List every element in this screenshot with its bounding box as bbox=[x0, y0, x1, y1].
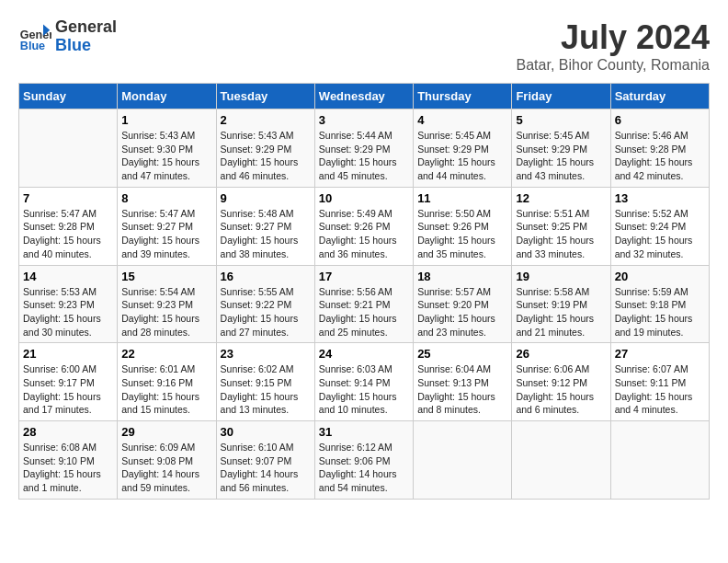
day-info: Sunrise: 5:44 AMSunset: 9:29 PMDaylight:… bbox=[319, 129, 409, 183]
day-number: 4 bbox=[417, 113, 507, 127]
day-info: Sunrise: 6:03 AMSunset: 9:14 PMDaylight:… bbox=[319, 362, 409, 417]
day-info: Sunrise: 6:07 AMSunset: 9:11 PMDaylight:… bbox=[615, 362, 705, 417]
day-number: 26 bbox=[516, 347, 606, 361]
page-subtitle: Batar, Bihor County, Romania bbox=[517, 57, 710, 74]
calendar-cell: 23Sunrise: 6:02 AMSunset: 9:15 PMDayligh… bbox=[216, 343, 314, 421]
calendar-week-row: 21Sunrise: 6:00 AMSunset: 9:17 PMDayligh… bbox=[19, 343, 710, 421]
calendar-cell: 25Sunrise: 6:04 AMSunset: 9:13 PMDayligh… bbox=[414, 343, 512, 421]
day-info: Sunrise: 5:43 AMSunset: 9:29 PMDaylight:… bbox=[221, 129, 311, 183]
col-header-wednesday: Wednesday bbox=[314, 84, 413, 109]
day-info: Sunrise: 5:47 AMSunset: 9:28 PMDaylight:… bbox=[23, 207, 113, 261]
day-info: Sunrise: 6:08 AMSunset: 9:10 PMDaylight:… bbox=[23, 441, 113, 495]
day-number: 13 bbox=[615, 191, 705, 205]
calendar-cell: 12Sunrise: 5:51 AMSunset: 9:25 PMDayligh… bbox=[512, 187, 610, 265]
calendar-cell: 22Sunrise: 6:01 AMSunset: 9:16 PMDayligh… bbox=[118, 343, 216, 421]
svg-text:Blue: Blue bbox=[20, 40, 45, 52]
calendar-cell: 13Sunrise: 5:52 AMSunset: 9:24 PMDayligh… bbox=[610, 187, 709, 265]
day-info: Sunrise: 5:56 AMSunset: 9:21 PMDaylight:… bbox=[319, 285, 409, 339]
day-info: Sunrise: 5:52 AMSunset: 9:24 PMDaylight:… bbox=[615, 207, 705, 261]
calendar-week-row: 1Sunrise: 5:43 AMSunset: 9:30 PMDaylight… bbox=[19, 109, 710, 188]
calendar-cell bbox=[414, 421, 512, 500]
calendar-cell: 10Sunrise: 5:49 AMSunset: 9:26 PMDayligh… bbox=[314, 187, 413, 265]
day-info: Sunrise: 5:45 AMSunset: 9:29 PMDaylight:… bbox=[516, 129, 606, 183]
calendar-week-row: 14Sunrise: 5:53 AMSunset: 9:23 PMDayligh… bbox=[19, 265, 710, 343]
day-number: 27 bbox=[615, 347, 705, 361]
day-number: 24 bbox=[319, 347, 409, 361]
day-number: 30 bbox=[221, 425, 311, 439]
calendar-cell: 4Sunrise: 5:45 AMSunset: 9:29 PMDaylight… bbox=[414, 109, 512, 188]
title-block: July 2024 Batar, Bihor County, Romania bbox=[517, 18, 710, 74]
day-info: Sunrise: 6:09 AMSunset: 9:08 PMDaylight:… bbox=[121, 441, 211, 495]
day-number: 7 bbox=[23, 191, 113, 205]
calendar-cell: 2Sunrise: 5:43 AMSunset: 9:29 PMDaylight… bbox=[216, 109, 314, 188]
calendar-cell: 19Sunrise: 5:58 AMSunset: 9:19 PMDayligh… bbox=[512, 265, 610, 343]
day-info: Sunrise: 6:01 AMSunset: 9:16 PMDaylight:… bbox=[121, 362, 211, 417]
calendar-cell: 26Sunrise: 6:06 AMSunset: 9:12 PMDayligh… bbox=[512, 343, 610, 421]
day-number: 9 bbox=[221, 191, 311, 205]
calendar-table: SundayMondayTuesdayWednesdayThursdayFrid… bbox=[18, 83, 710, 500]
logo-line2: Blue bbox=[55, 37, 117, 55]
calendar-cell: 7Sunrise: 5:47 AMSunset: 9:28 PMDaylight… bbox=[19, 187, 118, 265]
day-number: 10 bbox=[319, 191, 409, 205]
calendar-week-row: 28Sunrise: 6:08 AMSunset: 9:10 PMDayligh… bbox=[19, 421, 710, 500]
calendar-cell: 9Sunrise: 5:48 AMSunset: 9:27 PMDaylight… bbox=[216, 187, 314, 265]
page-title: July 2024 bbox=[517, 18, 710, 57]
day-info: Sunrise: 5:55 AMSunset: 9:22 PMDaylight:… bbox=[221, 285, 311, 339]
day-info: Sunrise: 5:58 AMSunset: 9:19 PMDaylight:… bbox=[516, 285, 606, 339]
day-info: Sunrise: 5:57 AMSunset: 9:20 PMDaylight:… bbox=[417, 285, 507, 339]
page-header: General Blue General Blue July 2024 Bata… bbox=[18, 18, 710, 74]
calendar-cell: 8Sunrise: 5:47 AMSunset: 9:27 PMDaylight… bbox=[118, 187, 216, 265]
calendar-cell: 18Sunrise: 5:57 AMSunset: 9:20 PMDayligh… bbox=[414, 265, 512, 343]
day-info: Sunrise: 5:46 AMSunset: 9:28 PMDaylight:… bbox=[615, 129, 705, 183]
calendar-cell bbox=[610, 421, 709, 500]
day-info: Sunrise: 5:59 AMSunset: 9:18 PMDaylight:… bbox=[615, 285, 705, 339]
calendar-cell: 15Sunrise: 5:54 AMSunset: 9:23 PMDayligh… bbox=[118, 265, 216, 343]
calendar-week-row: 7Sunrise: 5:47 AMSunset: 9:28 PMDaylight… bbox=[19, 187, 710, 265]
day-info: Sunrise: 6:10 AMSunset: 9:07 PMDaylight:… bbox=[221, 441, 311, 495]
day-number: 6 bbox=[615, 113, 705, 127]
day-number: 1 bbox=[121, 113, 211, 127]
calendar-cell: 30Sunrise: 6:10 AMSunset: 9:07 PMDayligh… bbox=[216, 421, 314, 500]
calendar-cell: 3Sunrise: 5:44 AMSunset: 9:29 PMDaylight… bbox=[314, 109, 413, 188]
calendar-cell: 11Sunrise: 5:50 AMSunset: 9:26 PMDayligh… bbox=[414, 187, 512, 265]
calendar-cell: 14Sunrise: 5:53 AMSunset: 9:23 PMDayligh… bbox=[19, 265, 118, 343]
col-header-saturday: Saturday bbox=[610, 84, 709, 109]
col-header-thursday: Thursday bbox=[414, 84, 512, 109]
calendar-cell: 1Sunrise: 5:43 AMSunset: 9:30 PMDaylight… bbox=[118, 109, 216, 188]
day-number: 16 bbox=[221, 270, 311, 283]
logo-line1: General bbox=[55, 18, 117, 37]
logo-icon: General Blue bbox=[18, 20, 51, 53]
day-info: Sunrise: 5:53 AMSunset: 9:23 PMDaylight:… bbox=[23, 285, 113, 339]
calendar-cell: 28Sunrise: 6:08 AMSunset: 9:10 PMDayligh… bbox=[19, 421, 118, 500]
day-info: Sunrise: 5:54 AMSunset: 9:23 PMDaylight:… bbox=[121, 285, 211, 339]
day-number: 25 bbox=[417, 347, 507, 361]
day-number: 22 bbox=[121, 347, 211, 361]
day-number: 2 bbox=[221, 113, 311, 127]
col-header-friday: Friday bbox=[512, 84, 610, 109]
calendar-cell: 5Sunrise: 5:45 AMSunset: 9:29 PMDaylight… bbox=[512, 109, 610, 188]
day-number: 23 bbox=[221, 347, 311, 361]
day-number: 28 bbox=[23, 425, 113, 439]
day-info: Sunrise: 5:45 AMSunset: 9:29 PMDaylight:… bbox=[417, 129, 507, 183]
day-info: Sunrise: 6:12 AMSunset: 9:06 PMDaylight:… bbox=[319, 441, 409, 495]
day-number: 31 bbox=[319, 425, 409, 439]
day-info: Sunrise: 5:50 AMSunset: 9:26 PMDaylight:… bbox=[417, 207, 507, 261]
calendar-cell: 20Sunrise: 5:59 AMSunset: 9:18 PMDayligh… bbox=[610, 265, 709, 343]
calendar-cell: 27Sunrise: 6:07 AMSunset: 9:11 PMDayligh… bbox=[610, 343, 709, 421]
calendar-cell: 6Sunrise: 5:46 AMSunset: 9:28 PMDaylight… bbox=[610, 109, 709, 188]
day-number: 17 bbox=[319, 270, 409, 283]
day-info: Sunrise: 5:51 AMSunset: 9:25 PMDaylight:… bbox=[516, 207, 606, 261]
day-number: 18 bbox=[417, 270, 507, 283]
logo: General Blue General Blue bbox=[18, 18, 117, 55]
calendar-cell bbox=[512, 421, 610, 500]
day-number: 5 bbox=[516, 113, 606, 127]
day-number: 8 bbox=[121, 191, 211, 205]
day-number: 11 bbox=[417, 191, 507, 205]
day-info: Sunrise: 5:48 AMSunset: 9:27 PMDaylight:… bbox=[221, 207, 311, 261]
day-info: Sunrise: 6:06 AMSunset: 9:12 PMDaylight:… bbox=[516, 362, 606, 417]
day-info: Sunrise: 5:49 AMSunset: 9:26 PMDaylight:… bbox=[319, 207, 409, 261]
col-header-sunday: Sunday bbox=[19, 84, 118, 109]
day-number: 14 bbox=[23, 270, 113, 283]
day-number: 29 bbox=[121, 425, 211, 439]
calendar-cell: 17Sunrise: 5:56 AMSunset: 9:21 PMDayligh… bbox=[314, 265, 413, 343]
